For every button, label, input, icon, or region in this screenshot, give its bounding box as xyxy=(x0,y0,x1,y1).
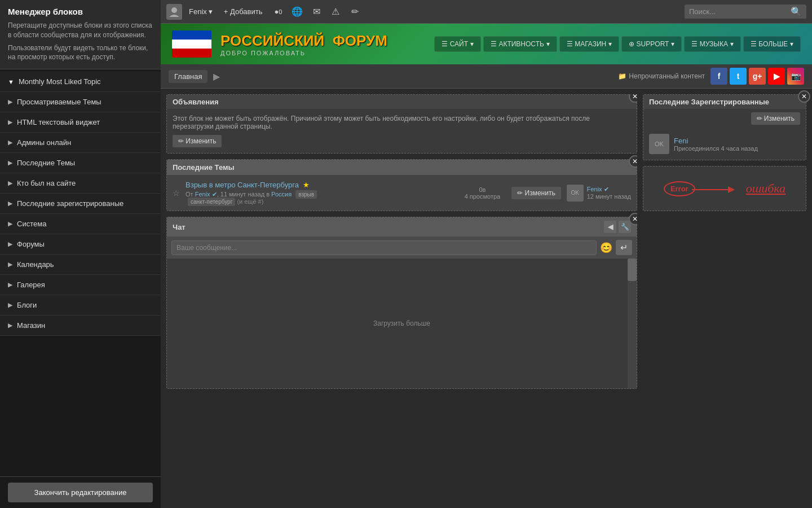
nav-shop[interactable]: ☰ МАГАЗИН ▾ xyxy=(559,36,619,52)
logo-word1: РОССИЙСКИЙ xyxy=(220,32,324,49)
russian-flag xyxy=(172,30,211,58)
add-button[interactable]: + Добавить xyxy=(219,5,267,18)
twitter-icon[interactable]: t xyxy=(730,68,747,85)
youtube-icon[interactable]: ▶ xyxy=(768,68,785,85)
registered-username[interactable]: Feni xyxy=(674,137,758,145)
chat-settings-button[interactable]: 🔧 xyxy=(619,221,631,233)
unread-content-link[interactable]: 📁 Непрочитанный контент xyxy=(618,72,705,80)
top-nav: Fenix ▾ + Добавить ● 0 🌐 ✉ ⚠ ✏ 🔍 xyxy=(161,0,812,24)
registered-edit-button[interactable]: ✏ Изменить xyxy=(751,112,800,125)
sidebar-list: ▼ Monthly Most Liked Topic ▶ Просматрива… xyxy=(0,69,161,476)
arrow-icon: ▶ xyxy=(8,139,12,146)
nav-activity[interactable]: ☰ АКТИВНОСТЬ ▾ xyxy=(483,36,557,52)
sidebar-item-viewed-topics[interactable]: ▶ Просматриваемые Темы xyxy=(0,92,161,112)
announcements-edit-button[interactable]: ✏ Изменить xyxy=(173,135,222,147)
last-post-time: 12 минут назад xyxy=(587,193,631,200)
topic-last-poster: OK Fenix ✔ 12 минут назад xyxy=(567,185,631,202)
sidebar-item-label: Последние Темы xyxy=(17,159,75,167)
chat-messages[interactable]: Загрузить больше xyxy=(167,259,637,388)
sidebar-item-label: Просматриваемые Темы xyxy=(17,98,102,106)
tag-explosion[interactable]: взрыв xyxy=(295,190,317,199)
sidebar-item-who-visited[interactable]: ▶ Кто был на сайте xyxy=(0,173,161,194)
search-icon[interactable]: 🔍 xyxy=(791,6,802,17)
pen-icon[interactable]: ✏ xyxy=(347,4,363,20)
nav-support[interactable]: ⊕ SUPPORT ▾ xyxy=(621,36,682,52)
registered-close-button[interactable]: ✕ xyxy=(798,90,810,103)
table-row: ☆ Взрыв в метро Санкт-Петербурга ★ От Fe… xyxy=(167,175,637,211)
chat-collapse-button[interactable]: ◀ xyxy=(604,221,616,233)
chat-input[interactable] xyxy=(171,240,597,255)
chat-scrollbar[interactable] xyxy=(628,259,637,388)
sidebar-item-system[interactable]: ▶ Система xyxy=(0,214,161,234)
topic-link[interactable]: Взрыв в метро Санкт-Петербурга xyxy=(186,181,299,189)
sidebar-item-label: Система xyxy=(17,220,46,228)
site-nav-label: ☰ САЙТ xyxy=(442,40,468,48)
forum-header: РОССИЙСКИЙ ФОРУМ ДОБРО ПОЖАЛОВАТЬ ☰ САЙТ… xyxy=(161,24,812,64)
topics-close-button[interactable]: ✕ xyxy=(629,155,637,168)
nav-more[interactable]: ☰ БОЛЬШЕ ▾ xyxy=(743,36,801,52)
topic-location[interactable]: Россия xyxy=(271,191,292,198)
chat-scrollbar-thumb xyxy=(628,259,637,281)
sidebar-item-calendar[interactable]: ▶ Календарь xyxy=(0,255,161,275)
chat-close-button[interactable]: ✕ xyxy=(629,213,637,225)
facebook-icon[interactable]: f xyxy=(710,68,727,85)
last-poster-name[interactable]: Fenix ✔ xyxy=(587,186,631,193)
topics-title: Последние Темы xyxy=(173,163,235,172)
search-bar: 🔍 xyxy=(685,5,806,19)
sidebar-item-forums[interactable]: ▶ Форумы xyxy=(0,234,161,255)
user-avatar xyxy=(166,4,182,20)
announcements-header: Объявления xyxy=(167,95,637,109)
chat-send-button[interactable]: ↵ xyxy=(616,240,632,255)
mail-icon[interactable]: ✉ xyxy=(308,4,324,20)
sidebar-item-admins-online[interactable]: ▶ Админы онлайн xyxy=(0,133,161,153)
error-text-label: ошибка xyxy=(746,181,785,196)
sidebar-item-monthly-liked[interactable]: ▼ Monthly Most Liked Topic xyxy=(0,72,161,92)
sidebar-footer: Закончить редактирование xyxy=(0,476,161,508)
sidebar-item-recent-topics[interactable]: ▶ Последние Темы xyxy=(0,153,161,173)
sidebar-item-html-widget[interactable]: ▶ HTML текстовый виджет xyxy=(0,112,161,133)
star-icon[interactable]: ☆ xyxy=(173,189,180,198)
sidebar-item-shop[interactable]: ▶ Магазин xyxy=(0,316,161,336)
content-area: ✕ Объявления Этот блок не может быть ото… xyxy=(161,89,812,508)
sidebar-item-blogs[interactable]: ▶ Блоги xyxy=(0,295,161,316)
topic-meta: От Fenix ✔, 11 минут назад в Россия взры… xyxy=(186,191,453,205)
logo-word2: ФОРУМ xyxy=(333,32,387,49)
tag-city[interactable]: санкт-петербург xyxy=(188,198,235,206)
registered-edit-row: ✏ Изменить xyxy=(643,109,806,128)
music-nav-label: ☰ МУЗЫКА xyxy=(691,40,728,48)
registered-body: OK Feni Присоединился 4 часа назад xyxy=(643,128,806,160)
globe-icon[interactable]: 🌐 xyxy=(289,4,305,20)
search-input[interactable] xyxy=(689,7,791,16)
arrow-icon: ▶ xyxy=(8,240,12,248)
arrow-icon: ▶ xyxy=(8,220,12,227)
verified-icon: ✔ xyxy=(212,191,217,198)
googleplus-icon[interactable]: g+ xyxy=(749,68,766,85)
shop-nav-label: ☰ МАГАЗИН xyxy=(567,40,606,48)
nav-site[interactable]: ☰ САЙТ ▾ xyxy=(434,36,481,52)
sidebar-item-gallery[interactable]: ▶ Галерея xyxy=(0,275,161,295)
error-arrow-icon xyxy=(692,181,737,198)
emoji-button[interactable]: 😊 xyxy=(600,242,612,254)
sidebar-title: Менеджер блоков xyxy=(8,7,153,16)
alert-icon[interactable]: ⚠ xyxy=(328,4,343,20)
more-tags[interactable]: (и ещё #) xyxy=(237,198,263,205)
chevron-icon: ▾ xyxy=(790,40,793,48)
topic-edit-button[interactable]: ✏ Изменить xyxy=(511,187,561,199)
load-more-link[interactable]: Загрузить больше xyxy=(373,319,430,327)
topic-author[interactable]: Fenix xyxy=(195,191,210,198)
chevron-icon: ▾ xyxy=(671,40,674,48)
sidebar-item-last-registered[interactable]: ▶ Последние зарегистрированые xyxy=(0,194,161,214)
breadcrumb-home[interactable]: Главная xyxy=(169,70,208,83)
instagram-icon[interactable]: 📷 xyxy=(787,68,804,85)
more-nav-label: ☰ БОЛЬШЕ xyxy=(751,40,788,48)
finish-edit-button[interactable]: Закончить редактирование xyxy=(8,483,153,502)
breadcrumb-separator: ▶ xyxy=(213,71,220,82)
notifications-icon[interactable]: ● 0 xyxy=(270,4,286,20)
nav-music[interactable]: ☰ МУЗЫКА ▾ xyxy=(684,36,741,52)
arrow-icon: ▶ xyxy=(8,261,12,268)
user-dropdown[interactable]: Fenix ▾ xyxy=(186,5,216,18)
recent-topics-block: ✕ Последние Темы ☆ Взрыв в метро Санкт-П… xyxy=(166,159,637,211)
support-nav-label: ⊕ SUPPORT xyxy=(629,40,669,48)
sidebar-item-label: Магазин xyxy=(17,321,45,330)
sidebar-item-label: Последние зарегистрированые xyxy=(17,199,123,208)
